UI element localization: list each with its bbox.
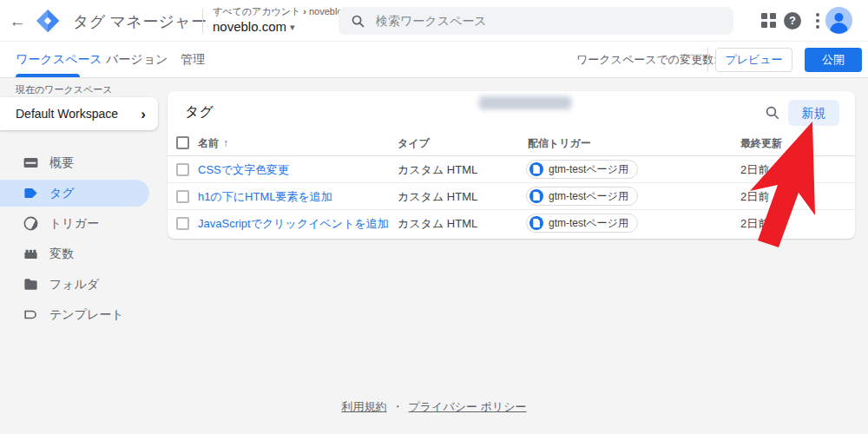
trigger-badge[interactable]: gtm-testページ用 bbox=[526, 187, 638, 206]
trigger-badge[interactable]: gtm-testページ用 bbox=[526, 214, 638, 233]
tag-name-link[interactable]: h1の下にHTML要素を追加 bbox=[198, 183, 332, 210]
sidebar-item-label: トリガー bbox=[49, 216, 99, 232]
workspace-name: Default Workspace bbox=[16, 107, 141, 121]
workspace-changes-count: ワークスペースでの変更数: 0 bbox=[576, 42, 727, 77]
tags-card: タグ 新規 名前↑ タイプ 配信トリガー 最終更新 CSSで文字色変更 カスタム… bbox=[168, 91, 855, 239]
sidebar-item-variables[interactable]: 変数 bbox=[0, 239, 158, 269]
tag-icon bbox=[22, 185, 39, 202]
footer: 利用規約・プライバシー ポリシー bbox=[0, 399, 868, 415]
sidebar-item-templates[interactable]: テンプレート bbox=[0, 299, 158, 330]
trigger-page-icon bbox=[529, 162, 543, 176]
tab-versions[interactable]: バージョン bbox=[106, 42, 168, 77]
back-arrow-icon[interactable]: ← bbox=[7, 11, 28, 32]
sidebar-nav: 概要 タグ トリガー 変数 フォルダ bbox=[0, 148, 161, 330]
search-icon bbox=[351, 14, 365, 29]
new-tag-button[interactable]: 新規 bbox=[788, 100, 839, 126]
trigger-badge[interactable]: gtm-testページ用 bbox=[526, 160, 638, 179]
table-search-icon[interactable] bbox=[762, 102, 783, 123]
column-header-updated[interactable]: 最終更新 bbox=[740, 130, 782, 156]
column-header-type[interactable]: タイプ bbox=[398, 130, 430, 156]
tab-workspace[interactable]: ワークスペース bbox=[16, 42, 102, 77]
table-row: JavaScriptでクリックイベントを追加 カスタム HTML gtm-tes… bbox=[168, 210, 855, 237]
gtm-app: ← タグ マネージャー すべてのアカウント›noveblo noveblo.co… bbox=[0, 0, 868, 434]
last-updated: 2日前 bbox=[740, 210, 769, 237]
trigger-page-icon bbox=[529, 216, 543, 230]
breadcrumb-accounts[interactable]: すべてのアカウント bbox=[213, 6, 300, 16]
tag-type: カスタム HTML bbox=[398, 183, 477, 210]
variables-icon bbox=[22, 246, 39, 263]
last-updated: 2日前 bbox=[740, 183, 769, 210]
sidebar-item-label: 変数 bbox=[49, 247, 74, 262]
apps-grid-icon[interactable] bbox=[761, 13, 776, 28]
column-header-trigger[interactable]: 配信トリガー bbox=[528, 130, 591, 156]
trigger-name: gtm-testページ用 bbox=[549, 162, 628, 177]
help-icon[interactable]: ? bbox=[784, 12, 801, 30]
gtm-logo-icon bbox=[35, 8, 61, 34]
toolbar-divider bbox=[707, 48, 708, 72]
page-title: タグ bbox=[185, 103, 214, 122]
sidebar-item-overview[interactable]: 概要 bbox=[0, 148, 158, 178]
tag-name-link[interactable]: CSSで文字色変更 bbox=[198, 156, 289, 183]
active-tab-underline bbox=[16, 74, 80, 77]
trigger-page-icon bbox=[529, 189, 543, 203]
sidebar-item-label: テンプレート bbox=[49, 307, 124, 323]
template-icon bbox=[22, 306, 39, 324]
row-checkbox[interactable] bbox=[176, 190, 189, 203]
folder-icon bbox=[22, 276, 39, 293]
breadcrumb-account-name[interactable]: noveblo bbox=[309, 6, 343, 16]
sidebar-item-tags[interactable]: タグ bbox=[0, 178, 158, 208]
preview-button[interactable]: プレビュー bbox=[715, 48, 792, 72]
row-checkbox[interactable] bbox=[176, 163, 189, 176]
container-id-redacted bbox=[479, 96, 571, 109]
header-divider bbox=[202, 9, 203, 33]
trigger-icon bbox=[22, 215, 39, 233]
tab-admin[interactable]: 管理 bbox=[181, 42, 205, 77]
terms-link[interactable]: 利用規約 bbox=[341, 400, 386, 413]
breadcrumb: すべてのアカウント›noveblo noveblo.com▾ bbox=[213, 5, 343, 34]
workspace-selector-card[interactable]: Default Workspace › bbox=[0, 97, 158, 130]
last-updated: 2日前 bbox=[740, 156, 769, 183]
container-name: noveblo.com bbox=[213, 19, 286, 34]
top-bar: ← タグ マネージャー すべてのアカウント›noveblo noveblo.co… bbox=[0, 0, 868, 42]
trigger-name: gtm-testページ用 bbox=[549, 189, 628, 204]
tag-name-link[interactable]: JavaScriptでクリックイベントを追加 bbox=[198, 210, 389, 237]
more-vert-icon[interactable] bbox=[814, 11, 821, 30]
chevron-right-icon: › bbox=[141, 107, 146, 122]
search-input[interactable] bbox=[376, 14, 706, 28]
workspace-search[interactable] bbox=[339, 7, 733, 35]
current-workspace-label: 現在のワークスペース bbox=[16, 83, 113, 96]
app-title: タグ マネージャー bbox=[73, 11, 207, 32]
privacy-link[interactable]: プライバシー ポリシー bbox=[408, 400, 526, 413]
sidebar-item-label: フォルダ bbox=[49, 277, 99, 293]
table-row: h1の下にHTML要素を追加 カスタム HTML gtm-testページ用 2日… bbox=[168, 183, 855, 210]
workspace-tab-bar: ワークスペース バージョン 管理 ワークスペースでの変更数: 0 プレビュー 公… bbox=[0, 42, 868, 78]
sidebar-item-label: 概要 bbox=[49, 155, 74, 171]
trigger-name: gtm-testページ用 bbox=[549, 216, 628, 231]
chevron-down-icon: ▾ bbox=[290, 22, 295, 32]
sidebar-item-folders[interactable]: フォルダ bbox=[0, 269, 158, 299]
sort-asc-icon: ↑ bbox=[223, 137, 228, 149]
container-selector[interactable]: noveblo.com▾ bbox=[213, 19, 343, 34]
table-header-row: 名前↑ タイプ 配信トリガー 最終更新 bbox=[168, 130, 855, 156]
sidebar-item-triggers[interactable]: トリガー bbox=[0, 208, 158, 239]
select-all-checkbox[interactable] bbox=[176, 136, 189, 149]
row-checkbox[interactable] bbox=[176, 217, 189, 230]
overview-icon bbox=[22, 155, 39, 172]
footer-separator: ・ bbox=[391, 400, 403, 413]
tag-type: カスタム HTML bbox=[398, 156, 477, 183]
sidebar-item-label: タグ bbox=[49, 186, 75, 201]
publish-button[interactable]: 公開 bbox=[805, 48, 862, 72]
tag-type: カスタム HTML bbox=[398, 210, 477, 237]
column-header-name[interactable]: 名前 bbox=[198, 137, 219, 149]
breadcrumb-chevron-icon: › bbox=[303, 6, 306, 16]
table-row: CSSで文字色変更 カスタム HTML gtm-testページ用 2日前 bbox=[168, 156, 855, 183]
avatar[interactable] bbox=[825, 7, 852, 34]
